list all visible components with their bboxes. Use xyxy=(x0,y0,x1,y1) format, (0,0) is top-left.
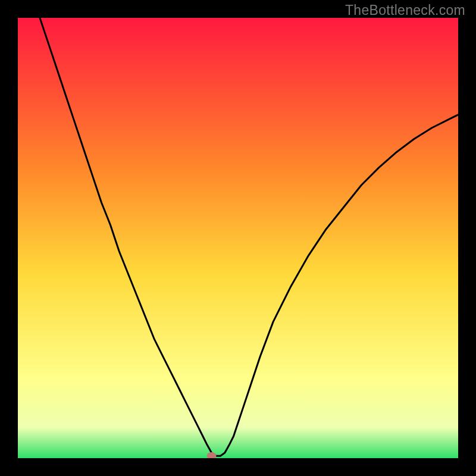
plot-area xyxy=(18,18,458,458)
gradient-background xyxy=(18,18,458,458)
watermark-text: TheBottleneck.com xyxy=(345,2,465,18)
chart-svg xyxy=(18,18,458,458)
chart-frame: TheBottleneck.com xyxy=(0,0,476,476)
